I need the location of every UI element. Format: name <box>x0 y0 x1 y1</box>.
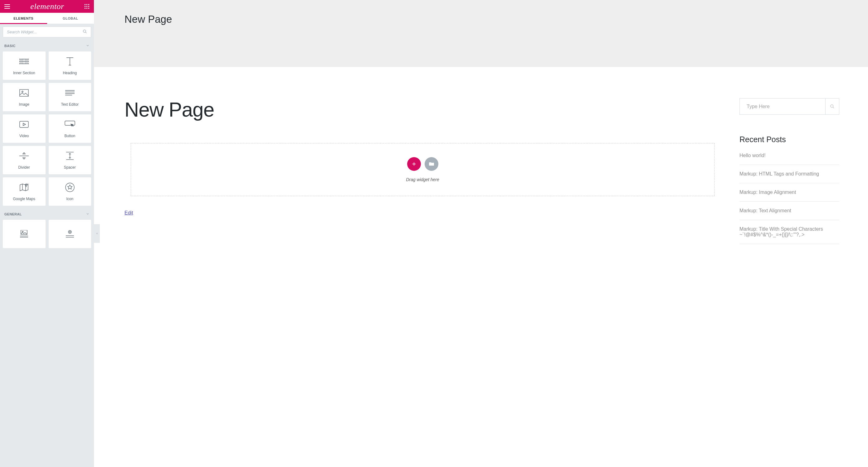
site-search <box>740 98 839 115</box>
widget-label: Text Editor <box>61 102 79 107</box>
widget-button[interactable]: Button <box>49 114 91 143</box>
widget-dropzone[interactable]: Drag widget here <box>131 143 714 196</box>
svg-point-34 <box>69 231 70 233</box>
widget-label: Google Maps <box>13 197 35 201</box>
widget-label: Button <box>64 134 75 138</box>
widget-label: Divider <box>19 165 30 170</box>
widget-google-maps[interactable]: Google Maps <box>3 177 45 206</box>
svg-rect-4 <box>86 6 87 7</box>
svg-point-18 <box>22 91 23 92</box>
widget-label: Video <box>19 134 29 138</box>
svg-point-28 <box>65 183 74 192</box>
widget-icon[interactable]: Icon <box>49 177 91 206</box>
chevron-down-icon <box>86 212 90 216</box>
svg-rect-16 <box>25 63 29 64</box>
svg-point-30 <box>23 231 23 232</box>
svg-rect-17 <box>20 90 28 96</box>
widget-divider[interactable]: Divider <box>3 146 45 174</box>
icon-widget-icon <box>65 182 74 192</box>
widget-label: Icon <box>66 197 73 201</box>
page-title: New Page <box>124 98 721 121</box>
basic-widgets-grid: Inner Section Heading Image Text Editor <box>0 52 94 208</box>
image-box-icon <box>19 229 29 239</box>
chevron-down-icon <box>86 44 90 48</box>
svg-point-39 <box>831 105 833 107</box>
heading-icon <box>65 57 74 66</box>
add-section-button[interactable] <box>407 157 421 171</box>
page-content-wrap: New Page Drag widget here Edit <box>94 67 868 244</box>
inner-section-icon <box>19 57 29 66</box>
recent-posts-list: Hello world! Markup: HTML Tags and Forma… <box>740 153 839 244</box>
menu-icon[interactable] <box>4 4 10 9</box>
svg-rect-15 <box>19 63 23 64</box>
svg-point-33 <box>68 230 71 234</box>
icon-box-icon <box>65 229 74 239</box>
svg-rect-12 <box>25 59 29 60</box>
search-icon[interactable] <box>83 29 87 35</box>
general-widgets-grid <box>0 220 94 251</box>
list-item[interactable]: Markup: HTML Tags and Formatting <box>740 165 839 183</box>
list-item[interactable]: Hello world! <box>740 153 839 165</box>
widget-inner-section[interactable]: Inner Section <box>3 52 45 80</box>
dropzone-hint: Drag widget here <box>406 177 439 182</box>
category-general-label: GENERAL <box>4 212 22 216</box>
elementor-sidebar: elementor ELEMENTS GLOBAL BASIC <box>0 0 94 467</box>
site-search-button[interactable] <box>825 99 839 114</box>
sidebar-header: elementor <box>0 0 94 13</box>
elementor-logo: elementor <box>30 2 64 11</box>
video-icon <box>19 120 29 129</box>
list-item[interactable]: Markup: Image Alignment <box>740 183 839 202</box>
apps-icon[interactable] <box>85 4 90 9</box>
panel-tabs: ELEMENTS GLOBAL <box>0 13 94 24</box>
button-icon <box>65 120 75 129</box>
svg-rect-0 <box>85 4 86 5</box>
widget-label: Heading <box>63 71 77 75</box>
banner-title: New Page <box>124 13 868 25</box>
svg-rect-23 <box>20 121 28 128</box>
svg-rect-6 <box>85 8 86 9</box>
widget-general-1[interactable] <box>3 220 45 248</box>
widget-video[interactable]: Video <box>3 114 45 143</box>
svg-rect-2 <box>88 4 89 5</box>
page-main-column: New Page Drag widget here Edit <box>124 98 721 244</box>
svg-rect-14 <box>25 61 29 62</box>
tab-elements[interactable]: ELEMENTS <box>0 13 47 24</box>
widget-search-row <box>0 24 94 40</box>
tab-global[interactable]: GLOBAL <box>47 13 94 24</box>
widget-text-editor[interactable]: Text Editor <box>49 83 91 111</box>
svg-rect-5 <box>88 6 89 7</box>
category-basic-header[interactable]: BASIC <box>0 40 94 52</box>
category-general-header[interactable]: GENERAL <box>0 208 94 220</box>
widget-label: Inner Section <box>13 71 35 75</box>
canvas-preview[interactable]: New Page New Page Drag widget here Edit <box>94 0 868 467</box>
category-basic-label: BASIC <box>4 44 16 48</box>
widget-spacer[interactable]: Spacer <box>49 146 91 174</box>
widget-label: Spacer <box>64 165 76 170</box>
list-item[interactable]: Markup: Title With Special Characters ~`… <box>740 220 839 244</box>
site-search-input[interactable] <box>740 104 825 109</box>
page-banner: New Page <box>94 0 868 67</box>
widget-image[interactable]: Image <box>3 83 45 111</box>
svg-rect-3 <box>85 6 86 7</box>
svg-rect-11 <box>19 59 23 60</box>
svg-line-40 <box>833 107 834 108</box>
svg-point-9 <box>83 30 86 32</box>
search-input[interactable] <box>7 30 83 34</box>
page-sidebar: Recent Posts Hello world! Markup: HTML T… <box>740 98 839 244</box>
svg-rect-7 <box>86 8 87 9</box>
google-maps-icon <box>19 182 29 192</box>
image-icon <box>19 88 29 98</box>
recent-posts-heading: Recent Posts <box>740 135 839 144</box>
widget-search <box>3 27 91 37</box>
list-item[interactable]: Markup: Text Alignment <box>740 202 839 220</box>
template-library-button[interactable] <box>425 157 438 171</box>
widget-general-2[interactable] <box>49 220 91 248</box>
collapse-panel-button[interactable] <box>94 224 100 243</box>
svg-rect-8 <box>88 8 89 9</box>
widgets-scroll[interactable]: BASIC Inner Section Heading <box>0 40 94 467</box>
spacer-icon <box>65 151 74 161</box>
edit-link[interactable]: Edit <box>124 210 133 215</box>
widget-heading[interactable]: Heading <box>49 52 91 80</box>
widget-label: Image <box>19 102 29 107</box>
svg-rect-13 <box>19 61 23 62</box>
